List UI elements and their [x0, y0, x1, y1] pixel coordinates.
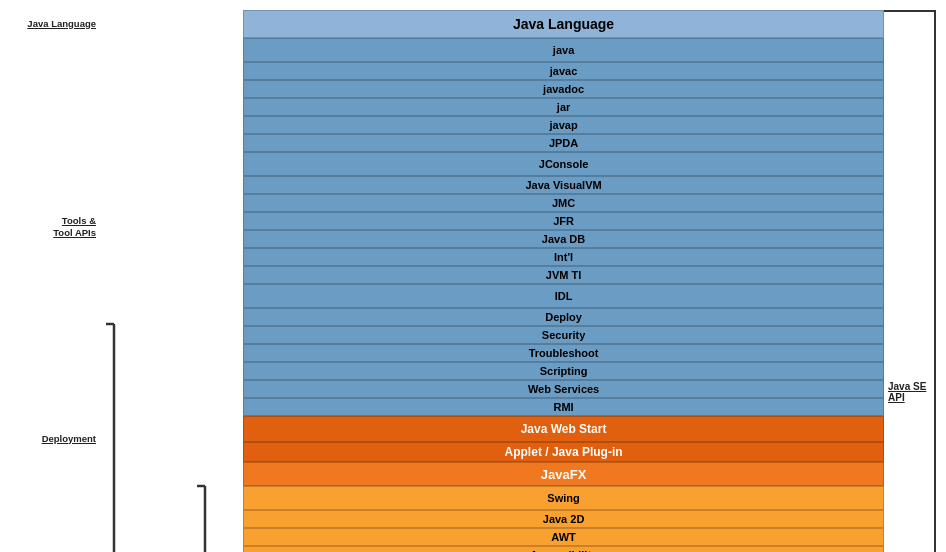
deployment-label: Deployment [10, 416, 100, 462]
tool-intl: Int'l [243, 248, 884, 266]
ui-java2d: Java 2D [243, 510, 884, 528]
java-se-api-label: Java SE API [884, 10, 936, 552]
tool-visualvm: Java VisualVM [243, 176, 884, 194]
tool-troubleshoot: Troubleshoot [243, 344, 884, 362]
main-container: Java Language JDK [0, 0, 946, 552]
tool-javadoc: javadoc [243, 80, 884, 98]
tool-java: java [243, 38, 884, 62]
tool-idl: IDL [243, 284, 884, 308]
java-language-label: Java Language [10, 10, 100, 38]
tool-deploy: Deploy [243, 308, 884, 326]
tool-jfr: JFR [243, 212, 884, 230]
ui-toolkits-label: User Interface Toolkits [10, 486, 100, 552]
tools-label: Tools & Tool APIs [10, 38, 100, 416]
tool-jmc: JMC [243, 194, 884, 212]
ui-accessibility: Accessibility [243, 546, 884, 552]
javafx-cell: JavaFX [243, 462, 884, 486]
jre-bracket-cell: JRE [193, 10, 243, 552]
tool-jar: jar [243, 98, 884, 116]
tool-javap: javap [243, 116, 884, 134]
java-language-header: Java Language [243, 10, 884, 38]
applet-plugin: Applet / Java Plug-in [243, 442, 884, 462]
tool-jpda: JPDA [243, 134, 884, 152]
jdk-bracket-svg: JDK [100, 322, 118, 552]
jre-bracket-svg: JRE [193, 322, 209, 552]
tool-jvmti: JVM TI [243, 266, 884, 284]
empty-label-1 [10, 462, 100, 486]
ui-awt: AWT [243, 528, 884, 546]
ui-swing: Swing [243, 486, 884, 510]
tool-javadb: Java DB [243, 230, 884, 248]
tool-rmi: RMI [243, 398, 884, 416]
tool-javac: javac [243, 62, 884, 80]
java-web-start: Java Web Start [243, 416, 884, 442]
tool-scripting: Scripting [243, 362, 884, 380]
jdk-bracket-cell: JDK [100, 10, 193, 552]
tool-jconsole: JConsole [243, 152, 884, 176]
tool-webservices: Web Services [243, 380, 884, 398]
tool-security: Security [243, 326, 884, 344]
